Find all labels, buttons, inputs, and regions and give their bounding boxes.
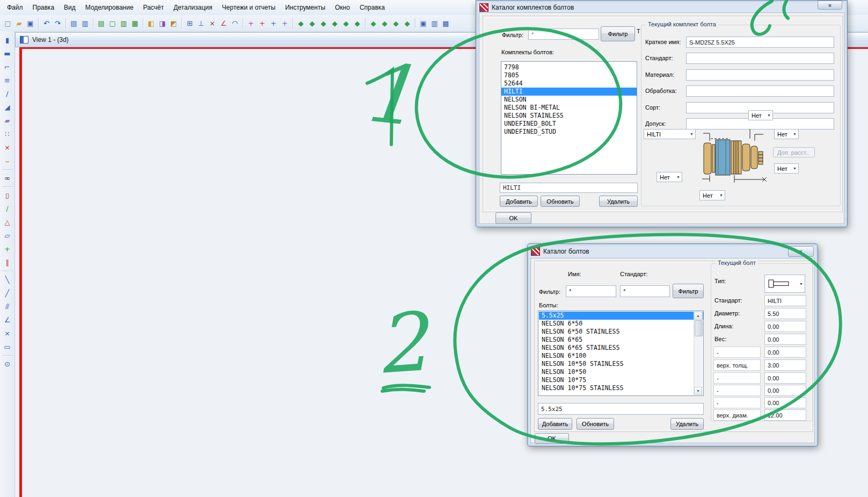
dialog2-prop-label[interactable]: - xyxy=(713,385,761,396)
move-array-icon[interactable]: ◆ xyxy=(402,18,413,29)
dialog1-filter-button[interactable]: Фильтр xyxy=(601,26,635,41)
dialog1-close-button[interactable]: × xyxy=(818,1,842,10)
phase-manager-icon[interactable]: ◧ xyxy=(145,18,157,29)
dialog2-prop-value[interactable]: 0.00 xyxy=(764,321,806,332)
report-list-icon[interactable]: ▥ xyxy=(118,18,129,29)
copy-area-icon[interactable]: ▱ xyxy=(2,229,13,242)
rectangle-tool-icon[interactable]: ▭ xyxy=(2,340,13,354)
dialog2-prop-value[interactable]: 0.00 xyxy=(764,334,806,345)
measure-angle-icon[interactable]: ∠ xyxy=(218,18,229,29)
point-tool-2-icon[interactable]: + xyxy=(257,18,268,29)
dialog2-prop-value[interactable]: 3.00 xyxy=(764,359,806,371)
dialog1-nut-left-combo[interactable]: Нет▼ xyxy=(657,172,682,182)
dialog1-update-button[interactable]: Обновить xyxy=(541,196,580,207)
menu-item-7[interactable]: Чертежи и отчеты xyxy=(217,2,281,13)
dialog1-add-button[interactable]: Добавить xyxy=(500,196,538,207)
bolt-list-item[interactable]: NELSON 6*65 STAINLESS xyxy=(539,344,703,352)
cascade-windows-icon[interactable]: ▩ xyxy=(440,18,451,29)
redo-icon[interactable]: ↷ xyxy=(52,18,63,29)
split-line-icon[interactable]: ∥ xyxy=(2,256,13,269)
create-polybeam-icon[interactable]: ⌐ xyxy=(2,60,13,74)
create-twin-profile-icon[interactable]: ≡ xyxy=(2,74,13,87)
scrollbar-thumb[interactable] xyxy=(695,320,703,336)
dialog1-extra-distance-button[interactable]: Доп. расст... xyxy=(773,147,815,157)
assembly-list-item[interactable]: NELSON STAINLESS xyxy=(501,112,637,120)
assembly-list-item[interactable]: 52644 xyxy=(501,80,637,88)
assembly-list-item[interactable]: 7798 xyxy=(501,63,637,71)
dialog2-prop-value[interactable]: 0.00 xyxy=(764,347,806,358)
scroll-up-icon[interactable]: ▲ xyxy=(694,312,702,320)
dialog2-delete-button[interactable]: Удалить xyxy=(670,418,704,430)
dialog2-close-button[interactable]: × xyxy=(788,246,814,257)
dialog2-name-input[interactable]: 5.5x25 xyxy=(538,403,704,415)
dialog1-filter-input[interactable]: * xyxy=(528,28,599,40)
copy-object-icon[interactable]: ◆ xyxy=(352,18,363,29)
create-curved-beam-icon[interactable]: ∕ xyxy=(2,87,13,100)
dialog2-update-button[interactable]: Обновить xyxy=(577,418,614,430)
component-catalog-icon[interactable]: ◩ xyxy=(168,18,179,29)
delete-object-icon[interactable]: × xyxy=(2,141,13,154)
create-slab-icon[interactable]: ▰ xyxy=(2,114,13,127)
copy-split-icon[interactable]: ◆ xyxy=(340,18,352,29)
wall-panel-icon[interactable]: ▯ xyxy=(2,189,13,202)
dialog1-name-input[interactable]: HILTI xyxy=(500,183,638,193)
orthogonal-icon[interactable]: ⊥ xyxy=(195,18,207,29)
menu-item-1[interactable]: Файл xyxy=(2,2,28,13)
angle-line-icon[interactable]: ∠ xyxy=(2,313,13,327)
dialog2-prop-value[interactable]: 0.00 xyxy=(764,397,806,408)
copy-array-icon[interactable]: ◆ xyxy=(329,18,340,29)
dialog2-prop-value[interactable]: 5.50 xyxy=(764,308,806,319)
menu-item-10[interactable]: Справка xyxy=(355,2,390,13)
dialog2-filter-standard-input[interactable]: * xyxy=(620,285,670,297)
dialog2-prop-label[interactable]: - xyxy=(713,397,761,408)
new-model-icon[interactable]: ▢ xyxy=(2,18,13,29)
move-translate-icon[interactable]: ◆ xyxy=(368,18,379,29)
point-tool-1-icon[interactable]: + xyxy=(245,18,257,29)
create-beam-icon[interactable]: ▬ xyxy=(2,47,13,60)
point-tool-3-icon[interactable]: + xyxy=(268,18,279,29)
menu-item-4[interactable]: Моделирование xyxy=(81,2,138,13)
move-mirror-icon[interactable]: ◆ xyxy=(390,18,402,29)
dialog1-delete-button[interactable]: Удалить xyxy=(599,196,638,207)
assembly-list-item[interactable]: 7805 xyxy=(501,71,637,80)
save-model-icon[interactable]: ▣ xyxy=(25,18,36,29)
bolt-list-item[interactable]: NELSON 6*65 xyxy=(539,336,703,344)
dialog1-washer-top-combo[interactable]: Нет▼ xyxy=(748,110,773,120)
detail-triangle-icon[interactable]: △ xyxy=(2,215,13,229)
dialog2-prop-label[interactable]: - xyxy=(713,347,761,358)
move-rotate-icon[interactable]: ◆ xyxy=(379,18,390,29)
assembly-list-item[interactable]: NELSON xyxy=(501,96,637,104)
dialog1-standard-combo[interactable]: HILTI▼ xyxy=(644,129,696,139)
print-icon[interactable]: ▤ xyxy=(68,18,79,29)
parallel-lines-icon[interactable]: ⫻ xyxy=(2,300,13,313)
dialog1-ok-button[interactable]: OK xyxy=(495,212,531,224)
dialog2-list-scrollbar[interactable]: ▲ ▼ xyxy=(694,312,703,395)
dialog2-prop-label[interactable]: - xyxy=(713,372,761,384)
dialog1-field-value[interactable]: S-MD25Z 5.5X25 xyxy=(686,37,834,48)
create-contour-plate-icon[interactable]: ◢ xyxy=(2,100,13,114)
construction-line-icon[interactable]: ╲ xyxy=(2,273,13,286)
cut-line-icon[interactable]: ∕ xyxy=(2,202,13,215)
dialog1-titlebar[interactable]: Каталог комплектов болтов xyxy=(479,3,844,12)
copy-mirror-icon[interactable]: ◆ xyxy=(318,18,329,29)
dialog2-ok-button[interactable]: OK xyxy=(535,433,569,444)
construction-circle-icon[interactable]: ⊙ xyxy=(2,357,13,371)
screenshot-icon[interactable]: ▢ xyxy=(107,18,118,29)
dialog1-field-value[interactable] xyxy=(686,85,834,97)
menu-item-6[interactable]: Детализация xyxy=(169,2,217,13)
dialog2-add-button[interactable]: Добавить xyxy=(538,418,572,430)
create-column-icon[interactable]: ▮ xyxy=(2,33,13,47)
measure-arc-icon[interactable]: ◠ xyxy=(229,18,240,29)
undo-icon[interactable]: ↶ xyxy=(41,18,52,29)
assembly-list-item[interactable]: UNDEFINED_STUD xyxy=(501,128,637,136)
dialog1-nut-bottom-combo[interactable]: Нет▼ xyxy=(699,190,725,200)
menu-item-5[interactable]: Расчёт xyxy=(138,2,169,13)
menu-item-2[interactable]: Правка xyxy=(28,2,60,13)
menu-item-9[interactable]: Окно xyxy=(330,2,355,13)
cross-line-icon[interactable]: × xyxy=(2,327,13,340)
construction-polyline-icon[interactable]: ╱ xyxy=(2,286,13,300)
dialog2-prop-value[interactable]: HILTI xyxy=(764,295,806,306)
dialog1-field-value[interactable] xyxy=(686,53,834,64)
dialog2-filter-name-input[interactable]: * xyxy=(566,285,616,297)
scroll-down-icon[interactable]: ▼ xyxy=(694,387,702,395)
